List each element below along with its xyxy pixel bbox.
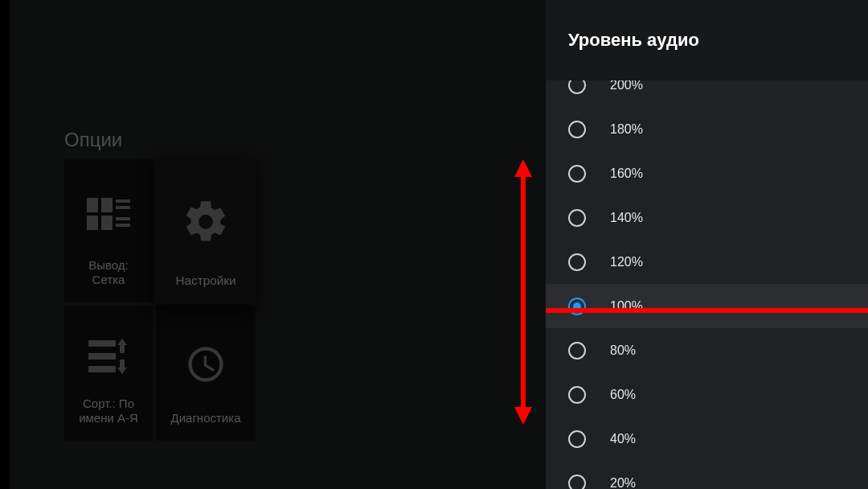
audio-level-option[interactable]: 100%: [546, 284, 868, 328]
radio-icon: [568, 165, 586, 183]
svg-rect-1: [87, 216, 98, 230]
radio-label: 100%: [610, 299, 643, 314]
tile-label: Диагностика: [171, 411, 241, 426]
svg-rect-4: [116, 199, 130, 203]
audio-level-option[interactable]: 40%: [546, 417, 868, 461]
svg-rect-7: [116, 224, 130, 227]
audio-level-option[interactable]: 200%: [546, 80, 868, 107]
tile-clock[interactable]: Диагностика: [156, 306, 256, 441]
svg-rect-5: [116, 206, 130, 209]
svg-rect-6: [116, 217, 130, 220]
radio-label: 180%: [610, 122, 643, 137]
panel-title: Уровень аудио: [546, 0, 868, 80]
radio-label: 140%: [610, 211, 643, 225]
svg-marker-12: [117, 360, 127, 374]
radio-icon: [568, 80, 586, 94]
audio-level-list-inner: 200%180%160%140%120%100%80%60%40%20%: [546, 80, 868, 489]
tile-grid[interactable]: Вывод: Сетка: [64, 159, 153, 302]
options-area: Опции Вывод: СеткаНастройкиСорт.: По име…: [10, 0, 546, 489]
tile-gear[interactable]: Настройки: [155, 158, 256, 304]
audio-level-option[interactable]: 60%: [546, 372, 868, 417]
clock-icon: [161, 317, 251, 411]
tile-label: Вывод: Сетка: [88, 258, 129, 289]
svg-rect-8: [88, 340, 116, 347]
svg-marker-11: [117, 339, 127, 353]
tile-label: Настройки: [175, 273, 235, 289]
radio-icon: [568, 342, 586, 360]
radio-label: 200%: [610, 80, 643, 92]
radio-icon: [568, 253, 586, 271]
options-tiles: Вывод: СеткаНастройкиСорт.: По имени А-Я…: [64, 159, 256, 441]
radio-label: 40%: [610, 432, 636, 446]
audio-level-option[interactable]: 140%: [546, 195, 868, 240]
svg-rect-0: [87, 198, 98, 212]
svg-rect-9: [88, 353, 116, 360]
section-title: Опции: [64, 129, 122, 151]
radio-label: 80%: [610, 343, 636, 358]
root: Опции Вывод: СеткаНастройкиСорт.: По име…: [0, 0, 868, 489]
sort-icon: [69, 317, 148, 397]
radio-icon: [568, 209, 586, 227]
svg-rect-3: [101, 216, 113, 230]
audio-level-panel: Уровень аудио 200%180%160%140%120%100%80…: [546, 0, 868, 489]
radio-label: 160%: [610, 166, 643, 181]
audio-level-option[interactable]: 20%: [546, 461, 868, 489]
radio-icon: [568, 298, 586, 315]
radio-icon: [568, 386, 586, 404]
grid-icon: [69, 171, 148, 258]
audio-level-list[interactable]: 200%180%160%140%120%100%80%60%40%20%: [546, 80, 868, 489]
tile-sort[interactable]: Сорт.: По имени А-Я: [64, 306, 153, 441]
radio-icon: [568, 475, 586, 490]
audio-level-option[interactable]: 180%: [546, 107, 868, 151]
audio-level-option[interactable]: 80%: [546, 328, 868, 372]
audio-level-option[interactable]: 160%: [546, 151, 868, 195]
radio-label: 20%: [610, 476, 636, 490]
tile-label: Сорт.: По имени А-Я: [79, 397, 138, 427]
audio-level-option[interactable]: 120%: [546, 240, 868, 284]
radio-icon: [568, 430, 586, 448]
gear-icon: [160, 170, 252, 274]
left-edge-bar: [0, 0, 10, 489]
svg-rect-2: [101, 198, 113, 212]
radio-icon: [568, 121, 586, 138]
radio-label: 120%: [610, 255, 643, 269]
svg-rect-10: [88, 366, 116, 372]
radio-label: 60%: [610, 388, 636, 402]
